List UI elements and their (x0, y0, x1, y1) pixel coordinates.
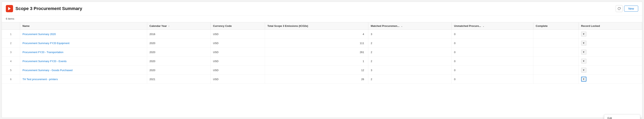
cell-emissions: 4 (265, 30, 368, 39)
refresh-button[interactable] (616, 5, 622, 12)
table-body: 1 Procurement Summary 2020 2016 USD 4 3 … (2, 30, 642, 84)
record-link[interactable]: Procurement Summary 2020 (22, 33, 56, 36)
cell-complete (533, 57, 578, 66)
table-row: 1 Procurement Summary 2020 2016 USD 4 3 … (2, 30, 642, 39)
row-action-dropdown-button[interactable]: ▼ (581, 77, 586, 82)
cell-record-locked: ▼ (578, 57, 642, 66)
cell-currency: USD (210, 30, 265, 39)
cell-complete (533, 66, 578, 75)
col-header-record-locked[interactable]: Record Locked (578, 22, 642, 30)
cell-year: 2020 (147, 57, 210, 66)
page-title: Scope 3 Procurement Summary (16, 6, 82, 11)
cell-name: Procurement Summary FY20 - Events (20, 57, 147, 66)
row-action-dropdown-button[interactable]: ▼ (581, 59, 586, 64)
record-link[interactable]: Procurement Summary FY20 Equipment (22, 42, 70, 45)
cell-unmatched: 0 (452, 57, 533, 66)
dropdown-chevron-icon: ▼ (582, 69, 585, 72)
table-row: 3 Procurement FY20 - Transportation 2020… (2, 48, 642, 57)
row-action-dropdown-button[interactable]: ▼ (581, 50, 586, 54)
page-header: Scope 3 Procurement Summary New (2, 2, 642, 16)
cell-emissions: 1 (265, 57, 368, 66)
table-row: 2 Procurement Summary FY20 Equipment 202… (2, 39, 642, 48)
cell-unmatched: 0 (452, 30, 533, 39)
table-row: 4 Procurement Summary FY20 - Events 2020… (2, 57, 642, 66)
table-row: 6 TH Test procurement - printers 2021 US… (2, 75, 642, 84)
cell-currency: USD (210, 75, 265, 84)
cell-matched: 2 (368, 75, 452, 84)
col-header-num (2, 22, 20, 30)
record-link[interactable]: Procurement Summary FY20 - Events (22, 60, 67, 63)
cell-currency: USD (210, 66, 265, 75)
cell-complete (533, 48, 578, 57)
cell-emissions: 111 (265, 39, 368, 48)
row-action-dropdown-button[interactable]: ▼ (581, 41, 586, 45)
cell-matched: 2 (368, 48, 452, 57)
cell-currency: USD (210, 39, 265, 48)
cell-currency: USD (210, 48, 265, 57)
app-icon (6, 5, 13, 12)
cell-record-locked: ▼ (578, 75, 642, 84)
cell-year: 2020 (147, 39, 210, 48)
header-left: Scope 3 Procurement Summary (6, 5, 82, 12)
record-link[interactable]: Procurement FY20 - Transportation (22, 51, 64, 54)
cell-num: 6 (2, 75, 20, 84)
cell-record-locked: ▼ (578, 39, 642, 48)
unmatched-chevron-icon: ⌄ (482, 25, 484, 27)
cell-complete (533, 30, 578, 39)
new-button[interactable]: New (624, 5, 638, 12)
col-header-currency[interactable]: Currency Code (210, 22, 265, 30)
col-header-matched[interactable]: Matched Procuremen... ⌄ (368, 22, 452, 30)
cell-complete (533, 75, 578, 84)
cell-matched: 2 (368, 57, 452, 66)
items-count: 6 items (2, 16, 642, 22)
cell-emissions: 12 (265, 66, 368, 75)
record-link[interactable]: TH Test procurement - printers (22, 78, 58, 81)
col-header-calendar-year[interactable]: Calendar Year ↑ (147, 22, 210, 30)
table-header-row: Name Calendar Year ↑ Currency Code Total… (2, 22, 642, 30)
cell-year: 2020 (147, 66, 210, 75)
cell-num: 4 (2, 57, 20, 66)
dropdown-chevron-icon: ▼ (582, 78, 585, 81)
cell-year: 2016 (147, 30, 210, 39)
col-header-unmatched[interactable]: Unmatched Procure... ⌄ (452, 22, 533, 30)
matched-chevron-icon: ⌄ (401, 25, 402, 27)
cell-num: 3 (2, 48, 20, 57)
cell-record-locked: ▼ (578, 48, 642, 57)
cell-name: Procurement Summary FY20 Equipment (20, 39, 147, 48)
sort-asc-icon: ↑ (168, 25, 170, 27)
col-header-emissions[interactable]: Total Scope 3 Emissions (tCO2e) (265, 22, 368, 30)
cell-name: Procurement FY20 - Transportation (20, 48, 147, 57)
cell-matched: 3 (368, 30, 452, 39)
cell-num: 1 (2, 30, 20, 39)
cell-record-locked: ▼ (578, 30, 642, 39)
context-menu-item-edit[interactable]: Edit (604, 115, 640, 119)
cell-num: 5 (2, 66, 20, 75)
cell-year: 2020 (147, 48, 210, 57)
cell-unmatched: 0 (452, 66, 533, 75)
dropdown-chevron-icon: ▼ (582, 33, 585, 35)
refresh-icon (618, 7, 621, 10)
cell-num: 2 (2, 39, 20, 48)
dropdown-chevron-icon: ▼ (582, 60, 585, 63)
cell-name: TH Test procurement - printers (20, 75, 147, 84)
col-header-complete[interactable]: Complete (533, 22, 578, 30)
dropdown-chevron-icon: ▼ (582, 51, 585, 53)
cell-matched: 2 (368, 39, 452, 48)
app-container: Scope 3 Procurement Summary New 6 items … (2, 1, 642, 118)
dropdown-chevron-icon: ▼ (582, 42, 585, 44)
cell-emissions: 261 (265, 48, 368, 57)
cell-name: Procurement Summary - Goods Purchased (20, 66, 147, 75)
table-row: 5 Procurement Summary - Goods Purchased … (2, 66, 642, 75)
cell-matched: 3 (368, 66, 452, 75)
app-logo-icon (7, 6, 12, 11)
record-link[interactable]: Procurement Summary - Goods Purchased (22, 69, 72, 72)
cell-record-locked: ▼ (578, 66, 642, 75)
cell-complete (533, 39, 578, 48)
row-action-dropdown-button[interactable]: ▼ (581, 32, 586, 36)
records-table: Name Calendar Year ↑ Currency Code Total… (2, 22, 642, 84)
header-actions: New (616, 5, 638, 12)
row-action-dropdown-button[interactable]: ▼ (581, 68, 586, 73)
cell-unmatched: 0 (452, 48, 533, 57)
col-header-name[interactable]: Name (20, 22, 147, 30)
cell-unmatched: 0 (452, 75, 533, 84)
